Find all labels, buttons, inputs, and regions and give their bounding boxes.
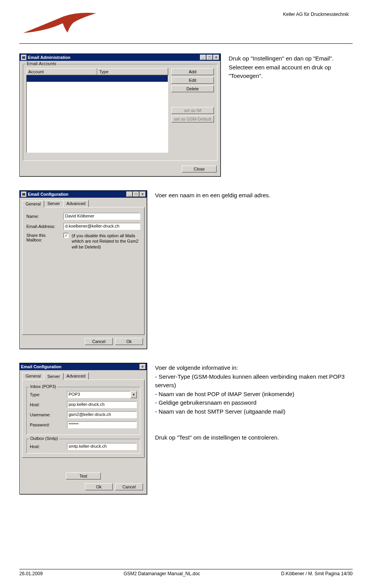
page-footer: 26.01.2009 GSM2 Datamanager Manual_NL.do… — [19, 569, 353, 576]
page-header: Keller AG für Druckmesstechnik — [19, 12, 353, 39]
name-input[interactable]: David Kölbener — [64, 213, 140, 220]
info-bullet-3: - Geldige gebruikersnaam en password — [155, 398, 353, 407]
instruction-text-1: Druk op "Instellingen" en dan op "Email"… — [229, 53, 353, 81]
info-bullet-2: - Naam van de host POP of IMAP Server (i… — [155, 390, 353, 399]
cancel-button[interactable]: Cancel — [115, 483, 143, 490]
titlebar: ✉ Email Configuration _ □ × — [20, 191, 147, 198]
tab-server[interactable]: Server — [44, 200, 63, 207]
maximize-button[interactable]: □ — [133, 191, 139, 197]
section-email-config-general: ✉ Email Configuration _ □ × General Serv… — [19, 190, 353, 349]
tab-row: General Server Advanced — [20, 200, 147, 207]
account-list[interactable] — [26, 75, 168, 153]
titlebar: ✉ Email Administration _ □ × — [20, 54, 220, 61]
minimize-button[interactable]: _ — [200, 55, 206, 60]
outbox-group-title: Outbox (Smtp) — [29, 436, 59, 441]
email-config-window-server: Email Configuration × General Server Adv… — [19, 363, 147, 495]
header-rule — [19, 43, 353, 44]
share-note: (if you disable this option all Mails wh… — [72, 233, 140, 250]
close-button[interactable]: × — [140, 191, 146, 197]
instruction-text-3: Voer de volgende informative in: - Serve… — [155, 363, 353, 442]
info-test: Druk op "Test" om de instellingen te con… — [155, 433, 353, 442]
groupbox-title: Email-Accounts — [26, 61, 57, 66]
tab-advanced[interactable]: Advanced — [63, 372, 89, 379]
footer-doc: GSM2 Datamanager Manual_NL.doc — [124, 571, 200, 576]
info-intro: Voer de volgende informative in: — [155, 364, 353, 372]
close-dialog-button[interactable]: Close — [182, 166, 217, 172]
info-bullet-4: - Naam van de host SMTP Server (uitgaand… — [155, 407, 353, 416]
password-label: Password: — [30, 422, 64, 427]
maximize-button[interactable]: □ — [207, 55, 213, 60]
footer-page: D.Kölbener / M. Smit Pagina 14/30 — [281, 571, 353, 576]
window-title: Email Configuration — [21, 364, 138, 369]
host-in-input[interactable]: pop.keller-druck.ch — [67, 401, 137, 408]
app-icon: ✉ — [21, 55, 26, 60]
username-input[interactable]: gsm2@keller-druck.ch — [67, 411, 137, 418]
test-button[interactable]: Test — [66, 472, 101, 479]
username-label: Username: — [30, 412, 64, 417]
titlebar: Email Configuration × — [20, 363, 147, 370]
cancel-button[interactable]: Cancel — [85, 338, 113, 345]
section-email-config-server: Email Configuration × General Server Adv… — [19, 363, 353, 495]
password-input[interactable]: ****** — [67, 421, 137, 428]
host-in-label: Host: — [30, 402, 64, 407]
add-button[interactable]: Add — [171, 68, 214, 75]
tab-advanced[interactable]: Advanced — [63, 200, 89, 207]
window-title: Email Administration — [28, 55, 198, 60]
ok-button[interactable]: Ok — [85, 483, 113, 490]
email-input[interactable]: d.koelbener@keller-druck.ch — [64, 223, 140, 230]
host-out-label: Host: — [30, 444, 64, 449]
close-button[interactable]: × — [213, 55, 219, 60]
delete-button[interactable]: Delete — [171, 85, 214, 92]
tab-general[interactable]: General — [22, 372, 44, 379]
set-im-button[interactable]: set as IM — [171, 107, 214, 114]
share-label: Share this Mailbox: — [26, 233, 60, 242]
email-config-window-general: ✉ Email Configuration _ □ × General Serv… — [19, 190, 147, 349]
tab-server[interactable]: Server — [44, 373, 63, 380]
inbox-group-title: Inbox (POP3) — [29, 384, 57, 389]
column-header-type[interactable]: Type — [97, 68, 168, 75]
close-button[interactable]: × — [140, 364, 146, 369]
info-bullet-1: - Server-Type (GSM-Modules kunnen alleen… — [155, 372, 353, 390]
set-gsm-default-button[interactable]: set as GSM-Default — [171, 116, 214, 122]
edit-button[interactable]: Edit — [171, 77, 214, 84]
tab-row: General Server Advanced — [20, 372, 147, 379]
chevron-down-icon[interactable]: ▼ — [131, 391, 137, 398]
brand-text: Keller AG für Druckmesstechnik — [283, 12, 349, 17]
brand-logo — [19, 12, 97, 39]
app-icon: ✉ — [21, 191, 26, 197]
instruction-text-2: Voer een naam in en een geldig email adr… — [155, 190, 353, 200]
email-admin-window: ✉ Email Administration _ □ × Email-Accou… — [19, 53, 221, 177]
type-select[interactable]: POP3 — [67, 391, 131, 398]
tab-general[interactable]: General — [22, 200, 44, 207]
ok-button[interactable]: Ok — [115, 338, 143, 345]
column-header-account[interactable]: Account — [26, 68, 97, 75]
type-label: Type: — [30, 392, 64, 397]
footer-date: 26.01.2009 — [19, 571, 43, 576]
minimize-button[interactable]: _ — [126, 191, 133, 197]
section-email-admin: ✉ Email Administration _ □ × Email-Accou… — [19, 53, 353, 177]
share-checkbox[interactable]: ✓ — [64, 233, 69, 238]
name-label: Name: — [26, 214, 60, 219]
email-label: Email-Address: — [26, 224, 60, 229]
window-title: Email Configuration — [28, 192, 125, 197]
host-out-input[interactable]: smtp.keller-druck.ch — [67, 443, 137, 450]
